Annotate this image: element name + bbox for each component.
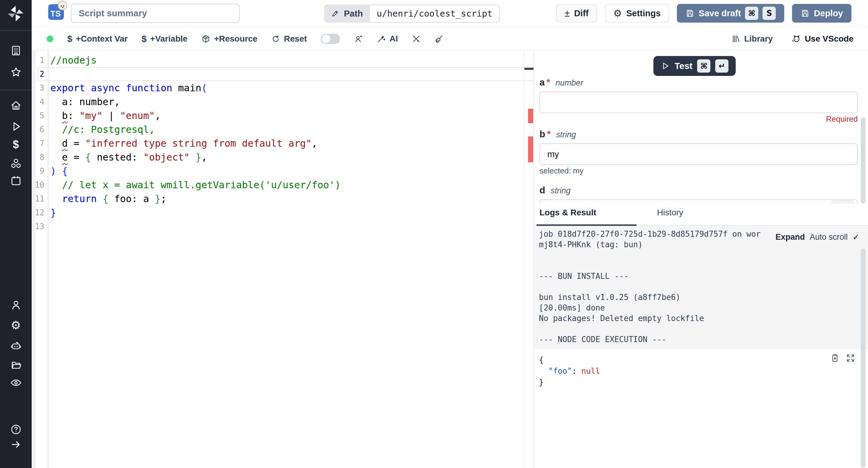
code-text: d = "inferred type string from default a…: [50, 136, 317, 150]
result-actions: [830, 353, 855, 363]
arg-input-d[interactable]: [539, 199, 858, 204]
overview-ruler-cursor-marker: [524, 68, 534, 70]
gear-icon: ⚙: [613, 7, 622, 19]
sidebar-item-runs-play[interactable]: [0, 118, 32, 135]
line-number: 5: [32, 109, 44, 123]
script-path-value[interactable]: u/henri/coolest_script: [370, 4, 500, 23]
arg-label: a*number: [539, 77, 858, 90]
dollar-icon: $: [67, 34, 72, 44]
autoscroll-toggle[interactable]: Auto scroll: [809, 233, 847, 242]
code-text: a: number,: [50, 95, 120, 109]
sidebar-item-folders-folder[interactable]: [0, 357, 32, 373]
panel-divider[interactable]: [533, 51, 534, 468]
script-summary-input[interactable]: [71, 4, 240, 23]
expand-result-icon[interactable]: [846, 353, 855, 363]
sidebar-item-home[interactable]: [0, 97, 32, 114]
arg-type: number: [555, 78, 583, 88]
resources-cubes-icon: [10, 158, 22, 170]
code-line-9[interactable]: 9) {: [32, 164, 524, 178]
add-context-var-label: +Context Var: [76, 34, 128, 44]
sidebar-item-workers-robot[interactable]: [0, 337, 32, 354]
arg-label: dstring: [539, 185, 858, 198]
code-line-11[interactable]: 11 return { foo: a };: [32, 192, 524, 206]
add-variable-button[interactable]: $ +Variable: [142, 34, 187, 44]
overview-ruler-error-marker: [528, 109, 533, 123]
arg-input-a[interactable]: [539, 92, 858, 113]
code-line-7[interactable]: 7 d = "inferred type string from default…: [32, 136, 524, 150]
sidebar-item-resources-cubes[interactable]: [0, 155, 32, 172]
reset-button[interactable]: Reset: [271, 34, 307, 44]
diff-toggle[interactable]: [321, 34, 340, 44]
library-button[interactable]: Library: [732, 34, 773, 44]
arg-input-b[interactable]: [539, 143, 858, 165]
code-line-12[interactable]: 12}: [32, 206, 524, 220]
code-line-2[interactable]: 2: [32, 67, 524, 81]
arg-name: b: [539, 129, 545, 140]
line-number: 9: [32, 164, 44, 178]
copy-to-clipboard-icon[interactable]: [830, 353, 840, 363]
logs-scrollbar[interactable]: [861, 249, 866, 467]
line-number: 4: [32, 95, 44, 109]
typescript-language-badge[interactable]: TS: [48, 4, 64, 20]
code-text: //c: Postgresql,: [50, 123, 155, 136]
rail-divider: [0, 30, 32, 31]
code-line-10[interactable]: 10 // let x = await wmill.getVariable('u…: [32, 178, 524, 192]
code-line-13[interactable]: 13: [32, 220, 524, 233]
tab-history[interactable]: History: [657, 208, 683, 218]
code-line-1[interactable]: 1//nodejs: [32, 53, 524, 67]
assistant-off-button[interactable]: [412, 34, 421, 43]
topbar-actions: ± Diff ⚙ Settings Save draft ⌘ S Deploy: [556, 4, 851, 23]
expand-logs-button[interactable]: Expand: [775, 233, 805, 242]
sidebar-item-collapse-arrow[interactable]: [0, 436, 32, 453]
octocat-icon: [792, 34, 801, 43]
line-number: 3: [32, 81, 44, 95]
arg-plus-button[interactable]: [831, 200, 854, 204]
code-text: b: "my" | "enum",: [50, 109, 161, 123]
add-resource-label: +Resource: [214, 34, 257, 44]
sidebar-item-users-person[interactable]: [0, 297, 32, 313]
workspace-building-icon: [10, 44, 22, 57]
multiplayer-button[interactable]: [354, 34, 363, 43]
status-dot: [47, 36, 53, 42]
checkmark-icon[interactable]: ✓: [852, 232, 860, 242]
code-line-3[interactable]: 3export async function main(: [32, 81, 524, 95]
code-line-5[interactable]: 5 b: "my" | "enum",: [32, 109, 524, 123]
line-number: 2: [32, 67, 44, 81]
code-line-6[interactable]: 6 //c: Postgresql,: [32, 123, 524, 136]
arg-name: a: [539, 77, 545, 88]
arg-field-d: dstring: [539, 185, 858, 204]
sidebar-item-workspace-building[interactable]: [0, 42, 32, 59]
test-run-button[interactable]: Test ⌘ ↵: [653, 56, 736, 76]
settings-gear-icon: ⚙: [10, 320, 21, 331]
code-text: }: [50, 206, 56, 220]
path-label: Path: [344, 9, 363, 19]
args-form-scrollbar[interactable]: [861, 118, 866, 204]
code-line-8[interactable]: 8 e = { nested: "object" },: [32, 150, 524, 164]
code-clean-button[interactable]: [435, 34, 444, 43]
settings-button[interactable]: ⚙ Settings: [605, 4, 669, 23]
kbd-cmd: ⌘: [697, 59, 710, 73]
pencil-icon: [331, 9, 340, 18]
edit-path-button[interactable]: Path: [324, 4, 370, 23]
deploy-button[interactable]: Deploy: [792, 4, 851, 23]
windmill-logo[interactable]: [7, 4, 25, 23]
sidebar-item-variables-dollar[interactable]: $: [0, 136, 32, 153]
add-context-var-button[interactable]: $ +Context Var: [67, 34, 128, 44]
sidebar-item-schedules-calendar[interactable]: [0, 172, 32, 189]
ai-assistant-button[interactable]: AI: [377, 34, 398, 44]
code-text: return { foo: a };: [50, 192, 166, 206]
code-line-4[interactable]: 4 a: number,: [32, 95, 524, 109]
tab-logs-and-result[interactable]: Logs & Result: [539, 208, 596, 218]
sidebar-item-help-question[interactable]: [0, 421, 32, 438]
add-resource-button[interactable]: +Resource: [201, 34, 257, 44]
sidebar-item-settings-gear[interactable]: ⚙: [0, 317, 32, 334]
use-vscode-button[interactable]: Use VScode: [792, 34, 854, 44]
code-editor[interactable]: 1//nodejs23export async function main(4 …: [32, 51, 533, 468]
diff-button[interactable]: ± Diff: [556, 4, 597, 23]
kbd-cmd: ⌘: [745, 7, 758, 20]
top-bar: TS Path u/henri/coolest_script ± Diff ⚙ …: [32, 0, 868, 27]
path-group: Path u/henri/coolest_script: [324, 4, 500, 23]
save-draft-button[interactable]: Save draft ⌘ S: [677, 4, 784, 23]
sidebar-item-favorites-star[interactable]: [0, 64, 32, 81]
sidebar-item-audit-logs-eye[interactable]: [0, 374, 32, 391]
